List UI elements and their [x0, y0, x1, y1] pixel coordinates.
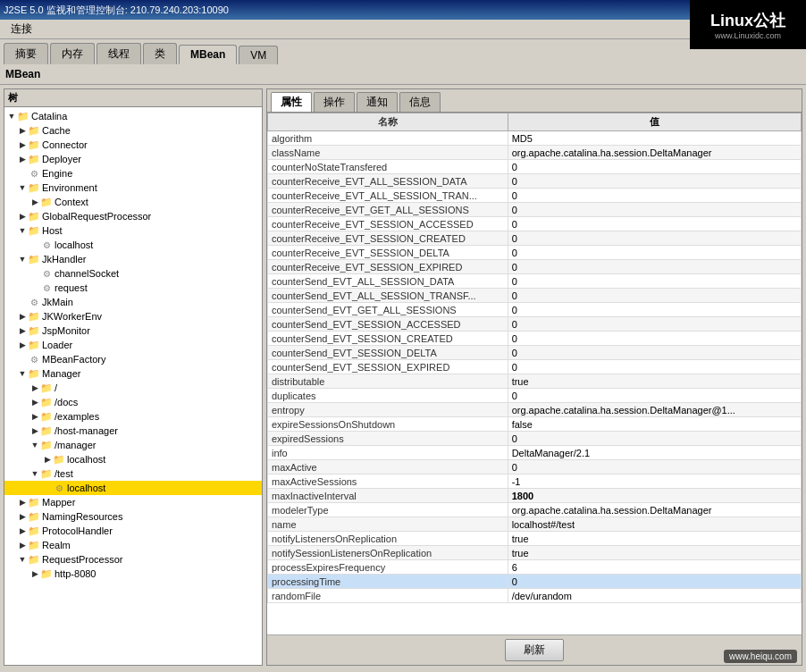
- prop-value-cell[interactable]: true: [508, 532, 801, 546]
- prop-value-cell[interactable]: 0: [508, 189, 801, 203]
- prop-value-cell[interactable]: 0: [508, 303, 801, 317]
- tree-item-http8080[interactable]: ▶ 📁 http-8080: [4, 567, 262, 581]
- table-row[interactable]: modelerTypeorg.apache.catalina.ha.sessio…: [268, 503, 802, 517]
- table-row[interactable]: entropyorg.apache.catalina.ha.session.De…: [268, 403, 802, 417]
- prop-value-cell[interactable]: 0: [508, 260, 801, 274]
- tree-item-jkworkerenv[interactable]: ▶ 📁 JKWorkerEnv: [4, 309, 262, 323]
- table-row[interactable]: algorithmMD5: [268, 131, 802, 146]
- prop-value-cell[interactable]: true: [508, 546, 801, 560]
- table-row[interactable]: counterSend_EVT_ALL_SESSION_DATA0: [268, 274, 802, 289]
- tree-item-realm[interactable]: ▶ 📁 Realm: [4, 538, 262, 552]
- prop-value-cell[interactable]: 6: [508, 560, 801, 575]
- tree-item-mbeanfactory[interactable]: ⚙ MBeanFactory: [4, 352, 262, 366]
- prop-value-cell[interactable]: 0: [508, 217, 801, 231]
- tree-item-globalrequestprocessor[interactable]: ▶ 📁 GlobalRequestProcessor: [4, 209, 262, 223]
- prop-value-cell[interactable]: 0: [508, 575, 801, 589]
- table-row[interactable]: counterSend_EVT_GET_ALL_SESSIONS0: [268, 303, 802, 317]
- tree-item-jkhandler[interactable]: ▼ 📁 JkHandler: [4, 252, 262, 266]
- prop-value-cell[interactable]: 0: [508, 346, 801, 360]
- tree-item-localhost-host[interactable]: ⚙ localhost: [4, 238, 262, 252]
- table-row[interactable]: counterReceive_EVT_ALL_SESSION_TRAN...0: [268, 189, 802, 203]
- prop-value-cell[interactable]: DeltaManager/2.1: [508, 446, 801, 460]
- tree-item-jspmonitor[interactable]: ▶ 📁 JspMonitor: [4, 323, 262, 338]
- table-row[interactable]: counterSend_EVT_SESSION_CREATED0: [268, 332, 802, 346]
- prop-value-cell[interactable]: 0: [508, 389, 801, 403]
- tree-item-hostmanager[interactable]: ▶ 📁 /host-manager: [4, 424, 262, 438]
- table-row[interactable]: classNameorg.apache.catalina.ha.session.…: [268, 146, 802, 160]
- tree-item-environment[interactable]: ▼ 📁 Environment: [4, 181, 262, 195]
- tree-item-slash[interactable]: ▶ 📁 /: [4, 381, 262, 395]
- table-row[interactable]: infoDeltaManager/2.1: [268, 446, 802, 460]
- tab-mbean[interactable]: MBean: [179, 45, 237, 64]
- table-row[interactable]: notifyListenersOnReplicationtrue: [268, 532, 802, 546]
- prop-value-cell[interactable]: 0: [508, 174, 801, 189]
- sub-tab-notifications[interactable]: 通知: [357, 92, 398, 112]
- table-row[interactable]: duplicates0: [268, 389, 802, 403]
- tab-threads[interactable]: 线程: [97, 43, 141, 64]
- table-row[interactable]: processExpiresFrequency6: [268, 560, 802, 575]
- tree-item-engine[interactable]: ⚙ Engine: [4, 166, 262, 181]
- table-row[interactable]: counterSend_EVT_SESSION_DELTA0: [268, 346, 802, 360]
- sub-tab-info[interactable]: 信息: [399, 92, 441, 112]
- table-row[interactable]: counterReceive_EVT_SESSION_EXPIRED0: [268, 260, 802, 274]
- table-row[interactable]: counterNoStateTransfered0: [268, 160, 802, 174]
- tree-item-cache[interactable]: ▶ 📁 Cache: [4, 123, 262, 138]
- table-row[interactable]: notifySessionListenersOnReplicationtrue: [268, 546, 802, 560]
- tree-item-docs[interactable]: ▶ 📁 /docs: [4, 395, 262, 409]
- prop-value-cell[interactable]: 0: [508, 317, 801, 332]
- tab-vm[interactable]: VM: [239, 46, 278, 64]
- prop-value-cell[interactable]: /dev/urandom: [508, 589, 801, 603]
- tree-item-examples[interactable]: ▶ 📁 /examples: [4, 409, 262, 424]
- prop-value-cell[interactable]: 0: [508, 231, 801, 246]
- tree-item-context[interactable]: ▶ 📁 Context: [4, 195, 262, 209]
- prop-value-cell[interactable]: 0: [508, 289, 801, 303]
- table-row[interactable]: expiredSessions0: [268, 432, 802, 446]
- tab-class[interactable]: 类: [143, 43, 177, 64]
- tab-summary[interactable]: 摘要: [4, 43, 48, 64]
- prop-value-cell[interactable]: 0: [508, 274, 801, 289]
- tree-item-deployer[interactable]: ▶ 📁 Deployer: [4, 152, 262, 166]
- tree-item-test[interactable]: ▼ 📁 /test: [4, 466, 262, 481]
- minimize-button[interactable]: ─: [756, 4, 770, 16]
- table-row[interactable]: randomFile/dev/urandom: [268, 589, 802, 603]
- prop-value-cell[interactable]: 0: [508, 432, 801, 446]
- prop-value-cell[interactable]: -1: [508, 475, 801, 489]
- maximize-button[interactable]: □: [772, 4, 786, 16]
- table-row[interactable]: counterSend_EVT_ALL_SESSION_TRANSF...0: [268, 289, 802, 303]
- table-row[interactable]: maxActiveSessions-1: [268, 475, 802, 489]
- table-row[interactable]: counterReceive_EVT_ALL_SESSION_DATA0: [268, 174, 802, 189]
- sub-tab-attributes[interactable]: 属性: [271, 92, 312, 112]
- table-row[interactable]: counterSend_EVT_SESSION_ACCESSED0: [268, 317, 802, 332]
- prop-value-cell[interactable]: org.apache.catalina.ha.session.DeltaMana…: [508, 146, 801, 160]
- table-row[interactable]: counterReceive_EVT_GET_ALL_SESSIONS0: [268, 203, 802, 217]
- tree-item-request[interactable]: ⚙ request: [4, 281, 262, 295]
- tree-item-namingresources[interactable]: ▶ 📁 NamingResources: [4, 509, 262, 524]
- prop-value-cell[interactable]: 0: [508, 203, 801, 217]
- close-button[interactable]: ✕: [788, 4, 802, 16]
- tree-item-mapper[interactable]: ▶ 📁 Mapper: [4, 495, 262, 509]
- tree-item-localhost-test[interactable]: ⚙ localhost: [4, 481, 262, 495]
- prop-value-cell[interactable]: true: [508, 374, 801, 389]
- menu-item-connect[interactable]: 连接: [4, 20, 39, 38]
- prop-value-cell[interactable]: 0: [508, 332, 801, 346]
- tree-item-loader[interactable]: ▶ 📁 Loader: [4, 338, 262, 352]
- prop-value-cell[interactable]: 0: [508, 360, 801, 374]
- tree-item-requestprocessor[interactable]: ▼ 📁 RequestProcessor: [4, 552, 262, 567]
- prop-value-cell[interactable]: org.apache.catalina.ha.session.DeltaMana…: [508, 403, 801, 417]
- tab-memory[interactable]: 内存: [50, 43, 95, 64]
- tree-item-jkmain[interactable]: ⚙ JkMain: [4, 295, 262, 309]
- table-row[interactable]: distributabletrue: [268, 374, 802, 389]
- prop-value-cell[interactable]: localhost#/test: [508, 517, 801, 532]
- tree-item-managerpath[interactable]: ▼ 📁 /manager: [4, 438, 262, 452]
- prop-value-cell[interactable]: false: [508, 417, 801, 432]
- tree-item-manager[interactable]: ▼ 📁 Manager: [4, 366, 262, 381]
- prop-value-cell[interactable]: 1800: [508, 489, 801, 503]
- table-row[interactable]: namelocalhost#/test: [268, 517, 802, 532]
- prop-value-cell[interactable]: org.apache.catalina.ha.session.DeltaMana…: [508, 503, 801, 517]
- table-row[interactable]: counterReceive_EVT_SESSION_ACCESSED0: [268, 217, 802, 231]
- tree-item-localhost-manager[interactable]: ▶ 📁 localhost: [4, 452, 262, 466]
- table-row[interactable]: counterSend_EVT_SESSION_EXPIRED0: [268, 360, 802, 374]
- table-row[interactable]: maxActive0: [268, 460, 802, 475]
- sub-tab-operations[interactable]: 操作: [314, 92, 355, 112]
- table-row[interactable]: maxInactiveInterval1800: [268, 489, 802, 503]
